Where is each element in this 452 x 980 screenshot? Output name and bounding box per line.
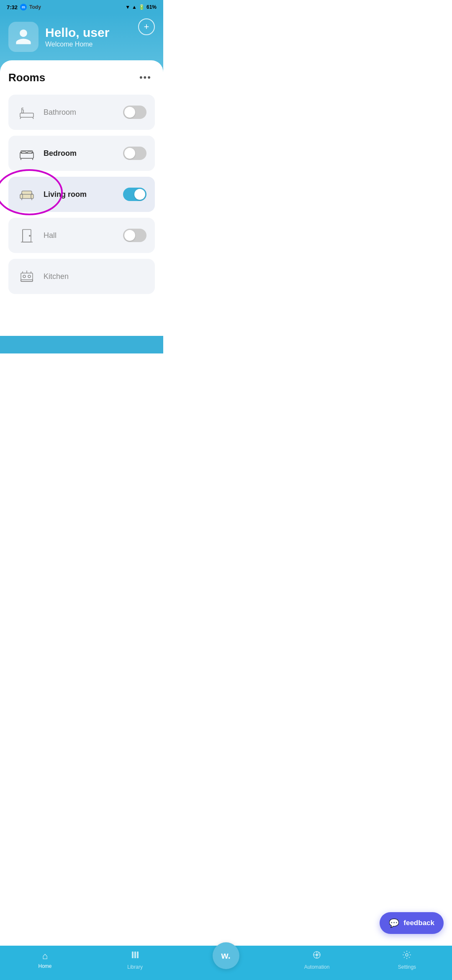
- room-card-livingroom[interactable]: Living room: [8, 177, 155, 212]
- livingroom-toggle[interactable]: [123, 188, 146, 201]
- room-card-bathroom[interactable]: Bathroom: [8, 95, 155, 130]
- svg-line-5: [33, 117, 33, 119]
- wifi-icon: ▼: [125, 4, 130, 10]
- bathroom-icon: [17, 102, 37, 122]
- room-card-hall[interactable]: Hall: [8, 218, 155, 253]
- svg-rect-22: [21, 273, 33, 281]
- battery-level: 61%: [146, 4, 157, 10]
- main-content: Rooms •••: [0, 60, 163, 336]
- kitchen-appliance-icon: [18, 268, 35, 285]
- svg-rect-23: [21, 280, 33, 281]
- hall-icon: [17, 225, 37, 245]
- room-left-hall: Hall: [17, 225, 56, 245]
- bathroom-name: Bathroom: [44, 108, 76, 117]
- room-left-kitchen: Kitchen: [17, 266, 69, 286]
- bedroom-icon: [17, 143, 37, 163]
- room-left-livingroom: Living room: [17, 184, 87, 204]
- room-card-kitchen[interactable]: Kitchen: [8, 259, 155, 294]
- livingroom-icon: [17, 184, 37, 204]
- bedroom-toggle[interactable]: [123, 147, 146, 160]
- avatar: [8, 22, 39, 52]
- svg-rect-0: [20, 113, 33, 117]
- svg-rect-14: [31, 194, 33, 199]
- hall-toggle[interactable]: [123, 229, 146, 242]
- bedroom-name: Bedroom: [44, 149, 77, 158]
- app-name: Tody: [29, 4, 41, 10]
- greeting-text: Hello, user: [45, 26, 109, 40]
- kitchen-name: Kitchen: [44, 272, 69, 281]
- app-container: 7:32 m Tody ▼ ▲ 🔋 61% + Hello, user Welc…: [0, 0, 163, 353]
- subtitle-text: Welcome Home: [45, 41, 109, 48]
- svg-rect-9: [28, 152, 32, 153]
- room-card-bedroom[interactable]: Bedroom: [8, 136, 155, 171]
- sofa-icon: [18, 185, 36, 204]
- rooms-title: Rooms: [8, 71, 45, 84]
- more-icon: •••: [139, 72, 152, 83]
- signal-icon: ▲: [132, 4, 137, 10]
- add-button[interactable]: +: [138, 18, 155, 35]
- rooms-header: Rooms •••: [8, 70, 155, 85]
- door-icon: [18, 227, 35, 244]
- bathroom-toggle[interactable]: [123, 106, 146, 119]
- status-bar: 7:32 m Tody ▼ ▲ 🔋 61%: [0, 0, 163, 13]
- svg-line-4: [20, 117, 21, 119]
- kitchen-icon: [17, 266, 37, 286]
- rooms-more-button[interactable]: •••: [136, 70, 155, 85]
- room-left-bathroom: Bathroom: [17, 102, 76, 122]
- bathtub-icon: [18, 104, 35, 121]
- svg-point-20: [29, 235, 31, 237]
- svg-point-25: [28, 275, 31, 278]
- status-right: ▼ ▲ 🔋 61%: [125, 4, 157, 10]
- room-left-bedroom: Bedroom: [17, 143, 77, 163]
- svg-rect-13: [20, 194, 23, 199]
- user-info: Hello, user Welcome Home: [45, 26, 109, 48]
- user-avatar-icon: [14, 28, 33, 46]
- svg-rect-8: [22, 152, 26, 153]
- livingroom-name: Living room: [44, 190, 87, 199]
- battery-icon: 🔋: [139, 4, 145, 10]
- add-icon: +: [144, 21, 149, 32]
- status-left: 7:32 m Tody: [7, 4, 41, 10]
- svg-point-24: [23, 275, 26, 278]
- svg-rect-1: [22, 110, 23, 113]
- messenger-icon: m: [20, 4, 27, 10]
- time-display: 7:32: [7, 4, 18, 10]
- user-section: Hello, user Welcome Home: [8, 22, 155, 52]
- hall-name: Hall: [44, 231, 56, 240]
- room-list: Bathroom: [8, 95, 155, 294]
- bed-icon: [18, 145, 35, 162]
- svg-rect-15: [22, 191, 32, 194]
